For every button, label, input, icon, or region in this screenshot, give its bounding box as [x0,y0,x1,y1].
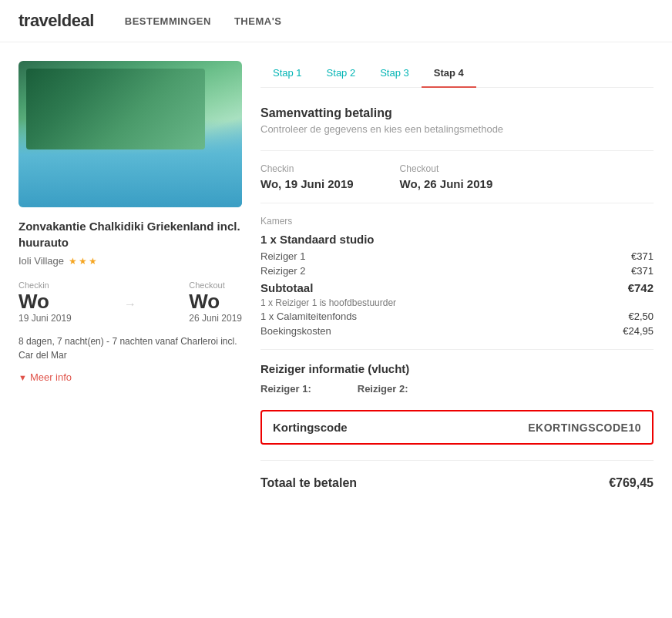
summary-subtitle: Controleer de gegevens en kies een betal… [260,123,654,135]
reiziger1-price-row: Reiziger 1 €371 [260,250,654,262]
reiziger2-price-label: Reiziger 2 [260,265,306,277]
boekingskosten-price: €24,95 [623,325,654,337]
left-checkout-date: 26 Juni 2019 [189,313,242,324]
reiziger1-price-value: €371 [631,250,654,262]
reiziger1-col-label: Reiziger 1: [260,383,311,395]
arrow-icon: → [124,297,136,311]
divider-4 [260,460,654,461]
reiziger2-price-row: Reiziger 2 €371 [260,265,654,277]
left-checkin-day: Wo [18,291,72,311]
kortingscode-label: Kortingscode [273,421,348,434]
logo-part1: travel [18,11,62,30]
navigation: traveldeal BESTEMMINGEN THEMA'S [0,0,672,42]
reiziger2-col-label: Reiziger 2: [358,383,408,395]
step-1[interactable]: Stap 1 [260,61,314,88]
steps-nav: Stap 1 Stap 2 Stap 3 Stap 4 [260,61,654,88]
boekingskosten-row: Boekingskosten €24,95 [260,325,654,337]
totaal-price: €769,45 [609,476,654,490]
hoofdbestuurder-info: 1 x Reiziger 1 is hoofdbestuurder [260,297,654,308]
right-checkout-block: Checkout Wo, 26 Juni 2019 [400,163,493,190]
reiziger-cols: Reiziger 1: Reiziger 2: [260,383,654,395]
step-3[interactable]: Stap 3 [368,61,422,88]
trip-info: 8 dagen, 7 nacht(en) - 7 nachten vanaf C… [18,334,242,362]
trip-title: Zonvakantie Chalkidiki Griekenland incl.… [18,218,242,250]
subtotaal-price: €742 [628,281,654,294]
room-name: 1 x Standaard studio [260,233,654,246]
reiziger1-col: Reiziger 1: [260,383,311,395]
subtotaal-row: Subtotaal €742 [260,281,654,294]
boekingskosten-label: Boekingskosten [260,325,331,337]
left-checkin-label: Checkin [18,280,72,290]
destination-image [18,61,242,207]
star-1: ★ [69,256,77,267]
nav-links: BESTEMMINGEN THEMA'S [125,15,282,27]
main-content: Zonvakantie Chalkidiki Griekenland incl.… [0,42,672,509]
divider-1 [260,150,654,151]
reiziger2-col: Reiziger 2: [358,383,408,395]
nav-bestemmingen[interactable]: BESTEMMINGEN [125,15,211,27]
right-checkin-block: Checkin Wo, 19 Juni 2019 [260,163,354,190]
meer-info-button[interactable]: ▼ Meer info [18,371,242,383]
reiziger1-price-label: Reiziger 1 [260,250,306,262]
left-panel: Zonvakantie Chalkidiki Griekenland incl.… [18,61,242,490]
divider-3 [260,349,654,350]
left-checkin-date: 19 Juni 2019 [18,313,72,324]
divider-2 [260,203,654,203]
rooms-label: Kamers [260,216,654,227]
kortingscode-value: EKORTINGSCODE10 [528,422,641,434]
left-checkout-label: Checkout [189,280,242,290]
meer-info-arrow-icon: ▼ [18,373,27,382]
left-checkout-block: Checkout Wo 26 Juni 2019 [189,280,242,324]
subtotaal-label: Subtotaal [260,281,313,294]
reiziger2-price-value: €371 [631,265,654,277]
logo-part2: deal [62,11,94,30]
hotel-info: Ioli Village ★ ★ ★ [18,255,242,267]
summary-title: Samenvatting betaling [260,106,654,120]
hotel-stars: ★ ★ ★ [69,256,97,267]
reiziger-info-title: Reiziger informatie (vlucht) [260,362,654,375]
totaal-row: Totaal te betalen €769,45 [260,473,654,490]
nav-themas[interactable]: THEMA'S [234,15,281,27]
right-checkin-label: Checkin [260,163,354,174]
calamiteitenfonds-price: €2,50 [628,311,654,322]
step-2[interactable]: Stap 2 [314,61,368,88]
right-checkin-value: Wo, 19 Juni 2019 [260,177,354,190]
left-checkout-day: Wo [189,291,242,311]
star-2: ★ [79,256,87,267]
hotel-name-text: Ioli Village [18,255,64,267]
star-3: ★ [89,256,97,267]
left-checkin-block: Checkin Wo 19 Juni 2019 [18,280,72,324]
checkin-checkout-row: Checkin Wo, 19 Juni 2019 Checkout Wo, 26… [260,163,654,190]
right-checkout-label: Checkout [400,163,493,174]
step-4[interactable]: Stap 4 [422,61,476,88]
logo[interactable]: traveldeal [18,11,94,31]
calamiteitenfonds-row: 1 x Calamiteitenfonds €2,50 [260,311,654,322]
right-panel: Stap 1 Stap 2 Stap 3 Stap 4 Samenvatting… [260,61,654,490]
calamiteitenfonds-label: 1 x Calamiteitenfonds [260,311,357,322]
right-checkout-value: Wo, 26 Juni 2019 [400,177,493,190]
meer-info-label: Meer info [30,371,72,383]
dates-row: Checkin Wo 19 Juni 2019 → Checkout Wo 26… [18,280,242,324]
kortingscode-box[interactable]: Kortingscode EKORTINGSCODE10 [260,410,654,445]
totaal-label: Totaal te betalen [260,476,357,490]
